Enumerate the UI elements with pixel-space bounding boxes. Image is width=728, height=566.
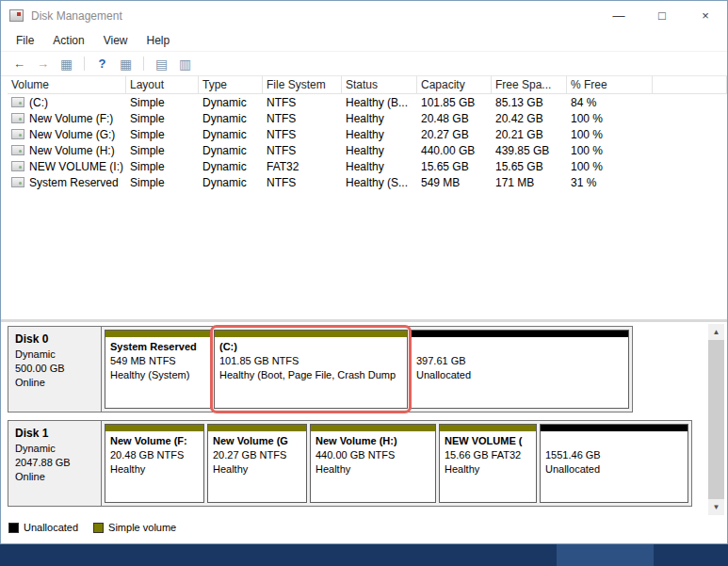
table-row[interactable]: New Volume (H:) Simple Dynamic NTFS Heal… xyxy=(8,142,727,158)
partition-title: (C:) xyxy=(219,340,402,354)
volume-icon xyxy=(11,177,24,187)
menu-file[interactable]: File xyxy=(7,32,43,49)
help-icon[interactable]: ? xyxy=(91,54,113,73)
legend-label-unallocated: Unallocated xyxy=(24,522,78,533)
column-header-file-system[interactable]: File System xyxy=(263,76,342,93)
partition-title: New Volume (F: xyxy=(110,434,199,448)
maximize-button[interactable]: □ xyxy=(640,1,684,30)
partition-status: Healthy (System) xyxy=(110,368,205,382)
table-row[interactable]: New Volume (G:) Simple Dynamic NTFS Heal… xyxy=(8,126,727,142)
partition-size: 101.85 GB NTFS xyxy=(219,354,402,368)
menu-help[interactable]: Help xyxy=(138,32,180,49)
disk-type: Dynamic xyxy=(15,348,94,360)
simple-volume-strip xyxy=(208,425,306,431)
unallocated-strip xyxy=(541,425,688,431)
scroll-up-icon[interactable]: ▲ xyxy=(708,324,724,340)
cell-capacity: 101.85 GB xyxy=(417,94,492,110)
disk-1-row: Disk 1 Dynamic 2047.88 GB Online New Vol… xyxy=(8,420,692,507)
disk-name: Disk 1 xyxy=(15,427,94,440)
table-row[interactable]: (C:) Simple Dynamic NTFS Healthy (B... 1… xyxy=(8,94,727,110)
disk-0-info[interactable]: Disk 0 Dynamic 500.00 GB Online xyxy=(8,327,102,412)
partition-h[interactable]: New Volume (H:) 440.00 GB NTFS Healthy xyxy=(310,424,436,503)
cell-free-space: 20.21 GB xyxy=(492,126,567,142)
close-button[interactable]: × xyxy=(684,1,727,30)
partition-status: Unallocated xyxy=(416,368,623,382)
cell-layout: Simple xyxy=(126,158,199,174)
column-header-pct-free[interactable]: % Free xyxy=(567,76,653,93)
table-row[interactable]: NEW VOLUME (I:) Simple Dynamic FAT32 Hea… xyxy=(8,158,727,174)
cell-status: Healthy (B... xyxy=(342,94,417,110)
action-pane-icon[interactable]: ▥ xyxy=(174,54,196,73)
cell-capacity: 20.48 GB xyxy=(417,110,492,126)
simple-volume-swatch xyxy=(93,523,104,533)
cell-type: Dynamic xyxy=(199,174,263,190)
cell-free-space: 439.85 GB xyxy=(492,142,567,158)
scroll-down-icon[interactable]: ▼ xyxy=(708,499,724,515)
volume-icon xyxy=(11,97,24,107)
cell-capacity: 440.00 GB xyxy=(417,142,492,158)
cell-free-space: 171 MB xyxy=(492,174,567,190)
menu-view[interactable]: View xyxy=(94,32,138,49)
legend: Unallocated Simple volume xyxy=(8,522,176,533)
cell-capacity: 549 MB xyxy=(417,174,492,190)
taskbar-button[interactable] xyxy=(557,544,654,566)
toolbar: ← → ▦ ? ▦ ▤ ▥ xyxy=(1,51,727,76)
volume-icon xyxy=(11,161,24,171)
table-row[interactable]: System Reserved Simple Dynamic NTFS Heal… xyxy=(8,174,727,190)
partition-f[interactable]: New Volume (F: 20.48 GB NTFS Healthy xyxy=(105,424,204,503)
partition-g[interactable]: New Volume (G 20.27 GB NTFS Healthy xyxy=(207,424,307,503)
partition-size: 440.00 GB NTFS xyxy=(315,448,430,462)
cell-capacity: 15.65 GB xyxy=(417,158,492,174)
back-icon[interactable]: ← xyxy=(8,54,30,73)
cell-free-space: 85.13 GB xyxy=(492,94,567,110)
partition-unallocated-disk1[interactable]: 1551.46 GB Unallocated xyxy=(540,424,688,503)
cell-layout: Simple xyxy=(126,174,199,190)
column-header-status[interactable]: Status xyxy=(342,76,417,93)
cell-free-space: 15.65 GB xyxy=(492,158,567,174)
column-header-type[interactable]: Type xyxy=(199,76,263,93)
disk-1-partitions: New Volume (F: 20.48 GB NTFS Healthy New… xyxy=(102,421,691,506)
column-header-layout[interactable]: Layout xyxy=(126,76,199,93)
partition-size: 397.61 GB xyxy=(416,354,623,368)
toolbar-separator xyxy=(143,57,144,71)
cell-capacity: 20.27 GB xyxy=(417,126,492,142)
console-tree-icon[interactable]: ▦ xyxy=(56,54,77,73)
toolbar-separator xyxy=(84,57,85,71)
graphical-view: Disk 0 Dynamic 500.00 GB Online System R… xyxy=(1,319,727,543)
cell-free-space: 20.42 GB xyxy=(492,110,567,126)
menu-action[interactable]: Action xyxy=(43,32,93,49)
disk-size: 500.00 GB xyxy=(15,363,94,374)
partition-size: 20.27 GB NTFS xyxy=(213,448,301,462)
scrollbar-thumb[interactable] xyxy=(708,340,724,499)
volume-name: (C:) xyxy=(29,96,48,109)
partition-unallocated-disk0[interactable]: 397.61 GB Unallocated xyxy=(411,330,629,409)
window-controls: — □ × xyxy=(597,1,727,30)
disk-management-window: Disk Management — □ × File Action View H… xyxy=(0,0,728,544)
partition-i[interactable]: NEW VOLUME ( 15.66 GB FAT32 Healthy xyxy=(439,424,537,503)
cell-status: Healthy xyxy=(342,126,417,142)
partition-c[interactable]: (C:) 101.85 GB NTFS Healthy (Boot, Page … xyxy=(214,330,408,409)
minimize-button[interactable]: — xyxy=(597,1,640,30)
titlebar[interactable]: Disk Management — □ × xyxy=(1,1,727,30)
column-header-free-space[interactable]: Free Spa... xyxy=(492,76,567,93)
forward-icon[interactable]: → xyxy=(32,54,54,73)
volume-icon xyxy=(11,145,24,155)
partition-title: New Volume (H:) xyxy=(315,434,430,448)
unallocated-strip xyxy=(412,331,628,337)
volume-name: System Reserved xyxy=(29,176,119,189)
table-row[interactable]: New Volume (F:) Simple Dynamic NTFS Heal… xyxy=(8,110,727,126)
column-header-filler xyxy=(653,76,727,93)
properties-icon[interactable]: ▦ xyxy=(115,54,137,73)
cell-status: Healthy xyxy=(342,142,417,158)
vertical-scrollbar[interactable]: ▲ ▼ xyxy=(708,324,724,515)
legend-label-simple-volume: Simple volume xyxy=(108,522,176,533)
cell-layout: Simple xyxy=(126,142,199,158)
disk-1-info[interactable]: Disk 1 Dynamic 2047.88 GB Online xyxy=(8,421,102,506)
column-header-capacity[interactable]: Capacity xyxy=(417,76,492,93)
disk-status: Online xyxy=(15,471,94,482)
disk-size: 2047.88 GB xyxy=(15,457,94,468)
action-log-icon[interactable]: ▤ xyxy=(151,54,172,73)
partition-system-reserved[interactable]: System Reserved 549 MB NTFS Healthy (Sys… xyxy=(105,330,211,409)
cell-file-system: NTFS xyxy=(263,142,342,158)
column-header-volume[interactable]: Volume xyxy=(8,76,126,93)
